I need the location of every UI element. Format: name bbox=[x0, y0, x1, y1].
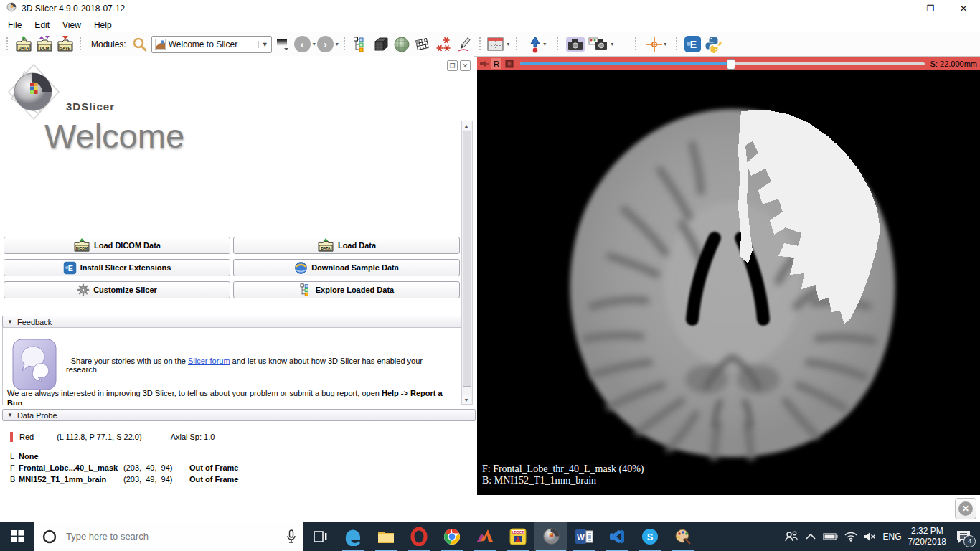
tray-expand-chevron-icon[interactable] bbox=[805, 533, 816, 540]
taskbar-app-opera[interactable] bbox=[402, 522, 435, 551]
svg-text:E: E bbox=[690, 39, 697, 50]
menu-file[interactable]: File bbox=[1, 19, 28, 32]
crosshair-icon[interactable]: ▾ bbox=[642, 34, 671, 54]
mouse-interaction-mode[interactable]: ▾ bbox=[523, 34, 552, 54]
minimize-button[interactable]: — bbox=[881, 0, 914, 17]
load-data-button[interactable]: DATA Load Data bbox=[233, 237, 460, 254]
main-toolbar: DATA DCM SAVE Modules: Welcome to Slicer… bbox=[0, 32, 980, 57]
taskbar-search-box[interactable] bbox=[34, 522, 303, 551]
section-title: Feedback bbox=[17, 318, 52, 326]
volumes-cube-icon[interactable] bbox=[372, 34, 391, 54]
toolbar-drag-handle[interactable] bbox=[634, 37, 638, 52]
axial-brain-slice[interactable]: F: Frontal_Lobe_thr_40_L_mask (40%) B: M… bbox=[477, 70, 980, 495]
view-menu-icon[interactable] bbox=[504, 59, 514, 69]
menu-help[interactable]: Help bbox=[88, 19, 118, 32]
scroll-up-icon[interactable]: ▲ bbox=[462, 121, 471, 130]
chevron-down-icon[interactable]: ▾ bbox=[313, 41, 316, 47]
background-annotation: B: MNI152_T1_1mm_brain bbox=[482, 475, 644, 486]
load-data-button[interactable]: DATA bbox=[14, 34, 33, 54]
menu-view[interactable]: View bbox=[56, 19, 88, 32]
toolbar-drag-handle[interactable] bbox=[343, 37, 347, 52]
module-search-icon[interactable] bbox=[131, 34, 150, 54]
error-log-button[interactable]: ✕ bbox=[955, 498, 976, 519]
toolbar-drag-handle[interactable] bbox=[79, 37, 83, 52]
install-extensions-button[interactable]: E Install Slicer Extensions bbox=[4, 259, 230, 276]
scene-views-camera-icon[interactable]: ▾ bbox=[588, 34, 614, 54]
extensions-manager-icon[interactable]: E bbox=[683, 34, 702, 54]
load-dicom-button[interactable]: DCM bbox=[34, 34, 54, 54]
chevron-down-icon[interactable]: ▾ bbox=[336, 41, 339, 47]
taskbar-app-skype[interactable]: S bbox=[633, 522, 666, 551]
download-sample-data-button[interactable]: Download Sample Data bbox=[233, 259, 460, 276]
svg-text:SAVE: SAVE bbox=[60, 45, 70, 50]
annotations-pen-icon[interactable] bbox=[455, 34, 474, 54]
search-input[interactable] bbox=[65, 530, 279, 542]
start-button[interactable] bbox=[0, 522, 34, 551]
chevron-down-icon: ▼ bbox=[258, 41, 268, 48]
language-indicator[interactable]: ENG bbox=[883, 532, 902, 542]
toolbar-drag-handle[interactable] bbox=[479, 37, 482, 52]
feedback-improve-text: We are always interested in improving 3D… bbox=[7, 388, 459, 405]
module-forward-button[interactable]: › bbox=[317, 36, 334, 52]
modules-label: Modules: bbox=[91, 39, 126, 50]
close-button[interactable]: ✕ bbox=[947, 0, 980, 17]
subject-hierarchy-icon[interactable] bbox=[351, 34, 370, 54]
models-sphere-icon[interactable] bbox=[392, 34, 412, 54]
customize-slicer-button[interactable]: Customize Slicer bbox=[4, 281, 230, 298]
scrollbar-thumb[interactable] bbox=[463, 131, 471, 387]
toolbar-drag-handle[interactable] bbox=[556, 37, 560, 52]
transforms-grid-icon[interactable] bbox=[413, 34, 433, 54]
microphone-icon[interactable] bbox=[286, 529, 296, 544]
slicer-logo-text: 3DSlicer bbox=[66, 100, 115, 113]
panel-scrollbar[interactable]: ▲ ▼ bbox=[461, 121, 473, 405]
taskbar-app-edge[interactable] bbox=[336, 522, 369, 551]
menu-edit[interactable]: Edit bbox=[28, 19, 56, 32]
scroll-down-icon[interactable]: ▼ bbox=[462, 395, 471, 404]
people-icon[interactable] bbox=[784, 530, 798, 543]
markups-fiducial-icon[interactable] bbox=[434, 34, 453, 54]
slice-slider-handle[interactable] bbox=[727, 59, 735, 70]
volume-muted-icon[interactable] bbox=[864, 532, 877, 542]
panel-float-icon[interactable]: ❐ bbox=[447, 60, 458, 71]
save-button[interactable]: SAVE bbox=[55, 34, 75, 54]
taskbar-app-slicer[interactable] bbox=[534, 522, 567, 551]
probe-layer-label: L None bbox=[10, 452, 123, 461]
layer-key: F bbox=[10, 463, 19, 472]
collapse-arrow-icon: ▼ bbox=[7, 412, 13, 418]
edge-icon bbox=[344, 527, 362, 546]
restore-button[interactable]: ❐ bbox=[914, 0, 947, 17]
taskbar-app-ldoce[interactable]: LDOCE bbox=[501, 522, 534, 551]
taskbar-app-matlab[interactable] bbox=[468, 522, 501, 551]
module-history-menu[interactable] bbox=[273, 34, 293, 54]
svg-text:E: E bbox=[67, 263, 72, 272]
load-dicom-data-button[interactable]: DICOM Load DICOM Data bbox=[4, 237, 230, 254]
tree-icon bbox=[299, 283, 312, 296]
taskbar-app-vscode[interactable] bbox=[600, 522, 633, 551]
action-center-button[interactable]: 4 bbox=[953, 526, 974, 547]
layout-selector[interactable]: ▾ bbox=[486, 34, 511, 54]
toolbar-drag-handle[interactable] bbox=[515, 37, 519, 52]
module-selector[interactable]: Welcome to Slicer ▼ bbox=[151, 36, 272, 53]
taskbar-app-word[interactable]: W bbox=[567, 522, 600, 551]
app-icon bbox=[6, 1, 17, 16]
feedback-section-header[interactable]: ▼ Feedback bbox=[2, 316, 468, 328]
explore-loaded-data-button[interactable]: Explore Loaded Data bbox=[233, 281, 460, 298]
module-back-button[interactable]: ‹ bbox=[294, 36, 311, 52]
layer-key: B bbox=[10, 475, 19, 484]
task-view-button[interactable] bbox=[303, 522, 336, 551]
panel-close-icon[interactable]: ✕ bbox=[460, 60, 471, 71]
python-console-icon[interactable] bbox=[704, 34, 723, 54]
slice-offset-slider[interactable] bbox=[520, 57, 925, 70]
toolbar-drag-handle[interactable] bbox=[675, 37, 679, 52]
clock[interactable]: 2:32 PM 7/20/2018 bbox=[908, 526, 946, 547]
pin-icon[interactable] bbox=[479, 59, 489, 69]
taskbar-app-file-explorer[interactable] bbox=[369, 522, 402, 551]
toolbar-drag-handle[interactable] bbox=[6, 37, 9, 52]
battery-icon[interactable] bbox=[823, 532, 838, 541]
wifi-icon[interactable] bbox=[844, 532, 857, 542]
slicer-forum-link[interactable]: Slicer forum bbox=[188, 357, 230, 365]
taskbar-app-chrome[interactable] bbox=[435, 522, 468, 551]
taskbar-app-paint[interactable] bbox=[666, 522, 699, 551]
screenshot-camera-icon[interactable] bbox=[564, 34, 587, 54]
data-probe-header[interactable]: ▼ Data Probe bbox=[2, 409, 476, 421]
